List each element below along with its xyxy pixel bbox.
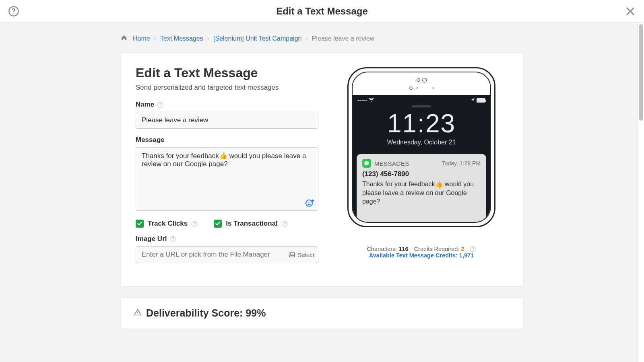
chevron-right-icon: › [305,35,308,42]
name-label: Name [136,101,154,109]
speaker-icon [417,87,433,89]
image-url-field: Image Url ? Select [136,235,318,263]
close-icon[interactable] [624,5,637,18]
breadcrumb-text-messages[interactable]: Text Messages [160,35,203,42]
notif-app-name: MESSAGES [374,160,409,167]
name-input[interactable] [136,112,318,129]
deliverability-title: Deliverability Score: 99% [146,307,266,319]
sensor-dot-icon [417,78,420,82]
help-icon[interactable]: ? [192,221,198,227]
breadcrumb: Home › Text Messages › [Selenium] Unit T… [121,35,523,43]
message-field: Message [136,136,318,212]
battery-icon [477,98,485,103]
is-transactional-label: Is Transactional [226,220,278,228]
checkbox-checked-icon [214,220,222,228]
notif-body: Thanks for your feedback👍 would you plea… [362,180,481,206]
breadcrumb-home[interactable]: Home [133,35,150,42]
phone-screen: ••••• [353,95,490,222]
notif-from: (123) 456-7890 [362,170,481,178]
track-clicks-label: Track Clicks [148,220,188,228]
warning-icon [133,307,142,319]
select-file-button[interactable]: Select [289,251,314,258]
checkbox-row: Track Clicks ? Is Transactional ? [136,220,318,228]
page-title: Edit a Text Message [276,6,368,17]
camera-dot-icon [422,78,427,82]
sensor-dot-icon [409,86,413,90]
message-textarea[interactable] [136,147,318,211]
message-label: Message [136,136,165,144]
svg-point-2 [306,200,312,206]
image-url-label: Image Url [136,235,167,243]
lock-time: 11:23 [353,111,490,136]
signal-icon: ••••• [357,98,367,103]
available-credits-value: 1,971 [459,252,474,259]
topbar: Edit a Text Message [0,0,644,23]
svg-point-3 [308,202,309,203]
credits-required-label: Credits Required: [414,246,460,252]
svg-rect-5 [289,253,295,257]
phone-top [353,72,490,95]
form-heading: Edit a Text Message [136,66,318,80]
characters-label: Characters: [367,246,397,252]
image-icon [289,252,295,257]
edit-card: Edit a Text Message Send personalized an… [121,52,523,287]
name-field: Name ? [136,101,318,129]
checkbox-checked-icon [136,220,144,228]
grabber-icon [412,105,431,107]
notification: MESSAGES Today, 1:29 PM (123) 456-7890 T… [357,154,486,222]
help-icon[interactable]: ? [170,236,176,242]
characters-value: 116 [398,246,408,252]
available-credits-link[interactable]: Available Text Message Credits: [369,252,459,259]
phone-mockup: ••••• [347,67,495,227]
home-icon [121,35,127,43]
chevron-right-icon: › [207,35,209,42]
location-arrow-icon [471,98,475,103]
scrollbar[interactable] [638,23,644,345]
credits-required-value: 2 [461,246,464,252]
is-transactional-checkbox[interactable]: Is Transactional ? [214,220,288,228]
help-icon[interactable] [7,5,20,18]
stats: Characters: 116 Credits Required: 2 ? Av… [367,246,476,259]
help-icon[interactable]: ? [470,246,476,252]
breadcrumb-campaign[interactable]: [Selenium] Unit Test Campaign [213,35,301,42]
breadcrumb-current: Please leave a review [312,35,375,42]
svg-point-1 [13,13,14,14]
messages-app-icon [362,159,371,168]
page-body: Home › Text Messages › [Selenium] Unit T… [0,23,644,345]
lock-date: Wednesday, October 21 [353,139,490,146]
deliverability-card: Deliverability Score: 99% [121,297,523,329]
preview-column: ••••• [334,66,508,270]
emoji-picker-icon[interactable] [305,198,314,209]
select-label: Select [297,251,314,258]
scrollbar-thumb[interactable] [639,24,643,121]
wifi-icon [369,97,374,103]
form-subtitle: Send personalized and targeted text mess… [136,84,318,92]
chevron-right-icon: › [154,35,156,42]
form-column: Edit a Text Message Send personalized an… [136,66,318,270]
help-icon[interactable]: ? [282,221,288,227]
notif-time: Today, 1:29 PM [442,160,481,167]
svg-point-4 [310,202,311,203]
track-clicks-checkbox[interactable]: Track Clicks ? [136,220,198,228]
help-icon[interactable]: ? [157,102,163,108]
